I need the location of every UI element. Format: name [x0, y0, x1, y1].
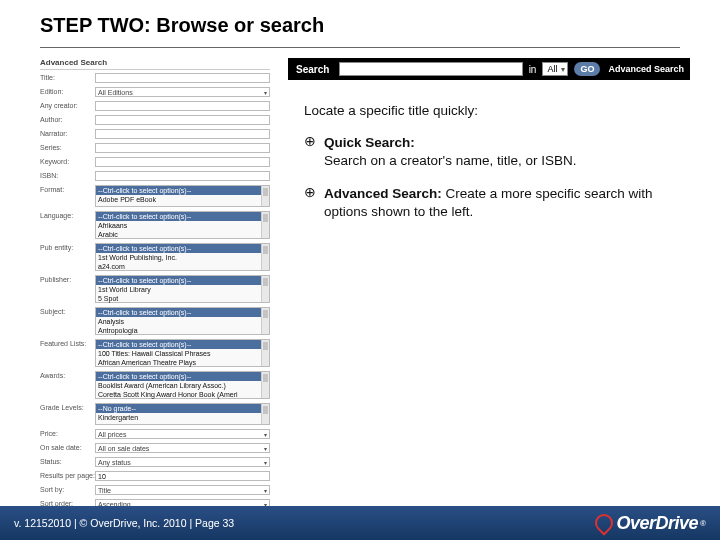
advanced-search-panel: Advanced Search Title: Edition:All Editi…	[40, 58, 270, 522]
label-author: Author:	[40, 115, 95, 123]
footer-version: v. 12152010 | © OverDrive, Inc. 2010 | P…	[14, 517, 234, 529]
locate-text: Locate a specific title quickly:	[304, 102, 680, 120]
logo-text: OverDrive	[617, 513, 699, 534]
label-awards: Awards:	[40, 371, 95, 379]
multi-publisher[interactable]: --Ctrl-click to select option(s)--1st Wo…	[95, 275, 270, 303]
bullet-icon: ⊕	[304, 185, 324, 221]
label-status: Status:	[40, 457, 95, 465]
input-author[interactable]	[95, 115, 270, 125]
logo-swirl-icon	[595, 514, 613, 532]
advanced-search-link[interactable]: Advanced Search	[606, 64, 686, 74]
label-price: Price:	[40, 429, 95, 437]
footer: v. 12152010 | © OverDrive, Inc. 2010 | P…	[0, 506, 720, 540]
scrollbar[interactable]	[261, 404, 269, 424]
scrollbar[interactable]	[261, 244, 269, 270]
chevron-down-icon: ▾	[264, 459, 267, 466]
scrollbar[interactable]	[261, 340, 269, 366]
bullet-quick-search: ⊕ Quick Search:Search on a creator's nam…	[304, 134, 680, 170]
chevron-down-icon: ▾	[264, 89, 267, 96]
quick-heading: Quick Search:	[324, 135, 415, 150]
label-series: Series:	[40, 143, 95, 151]
search-input[interactable]	[339, 62, 522, 76]
label-keyword: Keyword:	[40, 157, 95, 165]
multi-grade[interactable]: --No grade--Kindergarten	[95, 403, 270, 425]
input-series[interactable]	[95, 143, 270, 153]
adv-heading: Advanced Search:	[324, 186, 442, 201]
instructions: Locate a specific title quickly: ⊕ Quick…	[288, 80, 690, 221]
label-perpage: Results per page:	[40, 471, 95, 479]
select-edition[interactable]: All Editions▾	[95, 87, 270, 97]
slide-header: STEP TWO: Browse or search	[0, 0, 720, 43]
input-title[interactable]	[95, 73, 270, 83]
label-edition: Edition:	[40, 87, 95, 95]
quick-body: Search on a creator's name, title, or IS…	[324, 153, 576, 168]
search-label: Search	[292, 64, 333, 75]
scrollbar[interactable]	[261, 276, 269, 302]
multi-subject[interactable]: --Ctrl-click to select option(s)--Analys…	[95, 307, 270, 335]
chevron-down-icon: ▾	[264, 431, 267, 438]
multi-pubentity[interactable]: --Ctrl-click to select option(s)--1st Wo…	[95, 243, 270, 271]
label-format: Format:	[40, 185, 95, 193]
label-creator: Any creator:	[40, 101, 95, 109]
label-language: Language:	[40, 211, 95, 219]
bullet-advanced-search: ⊕ Advanced Search: Create a more specifi…	[304, 185, 680, 221]
label-featured: Featured Lists:	[40, 339, 95, 347]
page-title: STEP TWO: Browse or search	[40, 14, 720, 37]
chevron-down-icon: ▾	[264, 487, 267, 494]
input-narrator[interactable]	[95, 129, 270, 139]
multi-language[interactable]: --Ctrl-click to select option(s)--Afrika…	[95, 211, 270, 239]
select-price[interactable]: All prices▾	[95, 429, 270, 439]
multi-awards[interactable]: --Ctrl-click to select option(s)--Bookli…	[95, 371, 270, 399]
input-creator[interactable]	[95, 101, 270, 111]
scrollbar[interactable]	[261, 308, 269, 334]
multi-featured[interactable]: --Ctrl-click to select option(s)--100 Ti…	[95, 339, 270, 367]
go-button[interactable]: GO	[574, 62, 600, 76]
multi-format[interactable]: --Ctrl-click to select option(s)--Adobe …	[95, 185, 270, 207]
input-isbn[interactable]	[95, 171, 270, 181]
label-pubentity: Pub entity:	[40, 243, 95, 251]
label-sortby: Sort by:	[40, 485, 95, 493]
select-sortby[interactable]: Title▾	[95, 485, 270, 495]
scrollbar[interactable]	[261, 186, 269, 206]
registered-icon: ®	[700, 519, 706, 528]
label-grade: Grade Levels:	[40, 403, 95, 411]
label-subject: Subject:	[40, 307, 95, 315]
label-publisher: Publisher:	[40, 275, 95, 283]
overdrive-logo: OverDrive ®	[595, 513, 706, 534]
input-perpage[interactable]: 10	[95, 471, 270, 481]
quick-search-bar: Search in All GO Advanced Search	[288, 58, 690, 80]
label-onsale: On sale date:	[40, 443, 95, 451]
select-status[interactable]: Any status▾	[95, 457, 270, 467]
search-scope-select[interactable]: All	[542, 62, 568, 76]
bullet-icon: ⊕	[304, 134, 324, 170]
chevron-down-icon: ▾	[264, 445, 267, 452]
search-in-label: in	[529, 64, 537, 75]
adv-heading: Advanced Search	[40, 58, 270, 70]
input-keyword[interactable]	[95, 157, 270, 167]
select-onsale[interactable]: All on sale dates▾	[95, 443, 270, 453]
label-isbn: ISBN:	[40, 171, 95, 179]
label-title: Title:	[40, 73, 95, 81]
label-narrator: Narrator:	[40, 129, 95, 137]
scrollbar[interactable]	[261, 372, 269, 398]
scrollbar[interactable]	[261, 212, 269, 238]
